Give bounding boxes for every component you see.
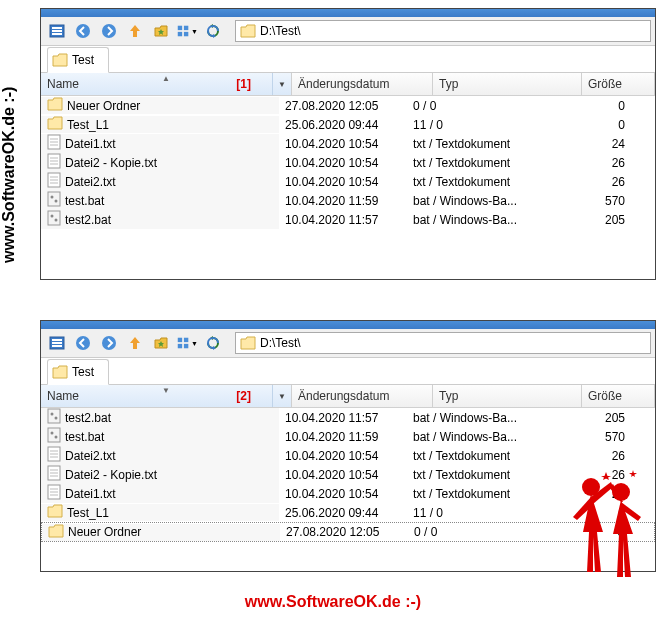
svg-rect-34	[178, 338, 182, 342]
cell-date: 10.04.2020 10:54	[279, 137, 407, 151]
chevron-down-icon[interactable]: ▼	[272, 385, 291, 407]
svg-rect-36	[178, 344, 182, 348]
nav-forward-icon[interactable]	[97, 331, 121, 355]
toolbar: ▼ D:\Test\	[41, 329, 655, 358]
header-name[interactable]: ▼ Name [2] ▼	[41, 385, 292, 407]
bat-icon	[47, 191, 61, 210]
column-headers: ▼ Name [2] ▼ Änderungsdatum Typ Größe	[41, 385, 655, 408]
tab-test[interactable]: Test	[47, 47, 109, 73]
svg-point-39	[51, 413, 54, 416]
svg-point-27	[55, 219, 58, 222]
view-props-icon[interactable]	[45, 331, 69, 355]
folder-icon	[48, 524, 64, 541]
svg-point-33	[102, 336, 116, 350]
cell-name: test.bat	[41, 427, 279, 446]
chevron-down-icon[interactable]: ▼	[272, 73, 291, 95]
column-headers: ▲ Name [1] ▼ Änderungsdatum Typ Größe	[41, 73, 655, 96]
favorites-icon[interactable]	[149, 19, 173, 43]
svg-point-4	[76, 24, 90, 38]
annotation-2: [2]	[236, 389, 251, 403]
table-row[interactable]: test.bat10.04.2020 11:59bat / Windows-Ba…	[41, 427, 655, 446]
favorites-icon[interactable]	[149, 331, 173, 355]
cell-name: Test_L1	[41, 504, 279, 521]
svg-rect-2	[52, 30, 62, 32]
refresh-icon[interactable]	[201, 19, 225, 43]
table-row[interactable]: test.bat10.04.2020 11:59bat / Windows-Ba…	[41, 191, 655, 210]
cartoon-figures	[561, 462, 651, 582]
svg-point-32	[76, 336, 90, 350]
cell-type: 0 / 0	[408, 525, 544, 539]
table-row[interactable]: Datei1.txt10.04.2020 10:54txt / Textdoku…	[41, 134, 655, 153]
view-props-icon[interactable]	[45, 19, 69, 43]
cell-date: 10.04.2020 11:57	[279, 411, 407, 425]
nav-back-icon[interactable]	[71, 331, 95, 355]
cell-type: 11 / 0	[407, 118, 543, 132]
cell-type: bat / Windows-Ba...	[407, 213, 543, 227]
folder-icon	[47, 97, 63, 114]
cell-size: 205	[543, 411, 655, 425]
cell-size: 570	[543, 430, 655, 444]
view-mode-icon[interactable]: ▼	[175, 331, 199, 355]
table-row[interactable]: Test_L125.06.2020 09:4411 / 00	[41, 115, 655, 134]
cell-date: 27.08.2020 12:05	[279, 99, 407, 113]
svg-rect-30	[52, 342, 62, 344]
header-name[interactable]: ▲ Name [1] ▼	[41, 73, 292, 95]
cell-name: test2.bat	[41, 408, 279, 427]
view-mode-icon[interactable]: ▼	[175, 19, 199, 43]
cell-date: 10.04.2020 11:59	[279, 430, 407, 444]
nav-up-icon[interactable]	[123, 331, 147, 355]
cell-date: 10.04.2020 10:54	[279, 468, 407, 482]
tab-label: Test	[72, 53, 94, 67]
toolbar: ▼ D:\Test\	[41, 17, 655, 46]
svg-rect-29	[52, 339, 62, 341]
cell-size: 570	[543, 194, 655, 208]
cell-type: txt / Textdokument	[407, 137, 543, 151]
svg-rect-37	[184, 344, 188, 348]
refresh-icon[interactable]	[201, 331, 225, 355]
window-titlebar[interactable]	[41, 321, 655, 329]
cell-type: txt / Textdokument	[407, 468, 543, 482]
cell-name: Datei1.txt	[41, 134, 279, 153]
table-row[interactable]: Neuer Ordner27.08.2020 12:050 / 00	[41, 96, 655, 115]
header-date[interactable]: Änderungsdatum	[292, 385, 433, 407]
svg-rect-31	[52, 345, 62, 347]
path-input[interactable]: D:\Test\	[235, 20, 651, 42]
file-list-1[interactable]: Neuer Ordner27.08.2020 12:050 / 00Test_L…	[41, 96, 655, 229]
watermark-side: www.SoftwareOK.de :-)	[0, 0, 30, 370]
window-titlebar[interactable]	[41, 9, 655, 17]
svg-point-42	[51, 432, 54, 435]
header-date[interactable]: Änderungsdatum	[292, 73, 433, 95]
table-row[interactable]: test2.bat10.04.2020 11:57bat / Windows-B…	[41, 408, 655, 427]
header-type[interactable]: Typ	[433, 385, 582, 407]
cell-name: Datei2 - Kopie.txt	[41, 153, 279, 172]
nav-up-icon[interactable]	[123, 19, 147, 43]
txt-icon	[47, 134, 61, 153]
bat-icon	[47, 427, 61, 446]
header-size[interactable]: Größe	[582, 73, 655, 95]
nav-back-icon[interactable]	[71, 19, 95, 43]
cell-name: test.bat	[41, 191, 279, 210]
table-row[interactable]: Datei2 - Kopie.txt10.04.2020 10:54txt / …	[41, 153, 655, 172]
cell-type: txt / Textdokument	[407, 487, 543, 501]
annotation-1: [1]	[236, 77, 251, 91]
table-row[interactable]: Datei2.txt10.04.2020 10:54txt / Textdoku…	[41, 172, 655, 191]
cell-name: Datei1.txt	[41, 484, 279, 503]
table-row[interactable]: test2.bat10.04.2020 11:57bat / Windows-B…	[41, 210, 655, 229]
cell-size: 24	[543, 137, 655, 151]
cell-date: 25.06.2020 09:44	[279, 118, 407, 132]
txt-icon	[47, 172, 61, 191]
tab-test[interactable]: Test	[47, 359, 109, 385]
folder-icon	[47, 116, 63, 133]
bat-icon	[47, 210, 61, 229]
cell-size: 0	[543, 118, 655, 132]
header-type[interactable]: Typ	[433, 73, 582, 95]
nav-forward-icon[interactable]	[97, 19, 121, 43]
svg-rect-9	[184, 32, 188, 36]
svg-point-5	[102, 24, 116, 38]
path-input[interactable]: D:\Test\	[235, 332, 651, 354]
header-size[interactable]: Größe	[582, 385, 655, 407]
txt-icon	[47, 465, 61, 484]
cell-type: bat / Windows-Ba...	[407, 411, 543, 425]
cell-name: Test_L1	[41, 116, 279, 133]
cell-size: 0	[543, 99, 655, 113]
